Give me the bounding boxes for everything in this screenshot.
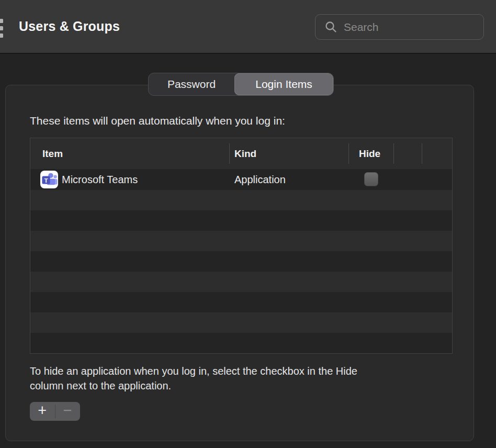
column-divider: [393, 143, 394, 164]
search-field[interactable]: [315, 14, 484, 40]
magnifier-icon: [324, 20, 337, 33]
login-items-table: Item Kind Hide T Microsoft Teams Applica…: [30, 138, 453, 354]
table-header: Item Kind Hide: [30, 138, 452, 169]
footnote-line: column next to the application.: [30, 378, 443, 393]
column-header-kind: Kind: [234, 148, 256, 160]
empty-row: [30, 312, 452, 333]
empty-row: [30, 292, 452, 312]
hide-checkbox[interactable]: [364, 172, 378, 186]
row-item-kind: Application: [234, 174, 286, 186]
add-login-item-button[interactable]: +: [30, 402, 55, 421]
remove-login-item-button[interactable]: −: [55, 402, 81, 421]
row-item-name: Microsoft Teams: [62, 174, 138, 186]
tab-bar: Password Login Items: [148, 73, 334, 96]
column-header-hide: Hide: [359, 148, 380, 160]
column-header-item: Item: [42, 148, 63, 160]
empty-row: [30, 190, 452, 210]
footnote-text: To hide an application when you log in, …: [30, 364, 443, 393]
toolbar: Users & Groups: [0, 0, 496, 54]
column-divider: [422, 143, 422, 164]
search-input[interactable]: [344, 21, 478, 33]
tab-login-items[interactable]: Login Items: [234, 73, 333, 95]
window-title: Users & Groups: [19, 19, 120, 34]
footnote-line: To hide an application when you log in, …: [30, 364, 443, 378]
table-empty-rows: [30, 190, 452, 353]
column-divider: [348, 143, 349, 164]
empty-row: [30, 231, 452, 251]
add-remove-group: + −: [30, 402, 80, 421]
column-divider: [229, 143, 230, 164]
grid-icon[interactable]: [0, 19, 5, 41]
empty-row: [30, 210, 452, 231]
intro-text: These items will open automatically when…: [30, 115, 285, 127]
empty-row: [30, 251, 452, 272]
empty-row: [30, 333, 452, 353]
tab-password[interactable]: Password: [149, 73, 234, 95]
table-row-microsoft-teams[interactable]: T Microsoft Teams Application: [30, 169, 452, 190]
empty-row: [30, 272, 452, 292]
microsoft-teams-icon: T: [40, 171, 58, 188]
svg-text:T: T: [44, 177, 48, 184]
